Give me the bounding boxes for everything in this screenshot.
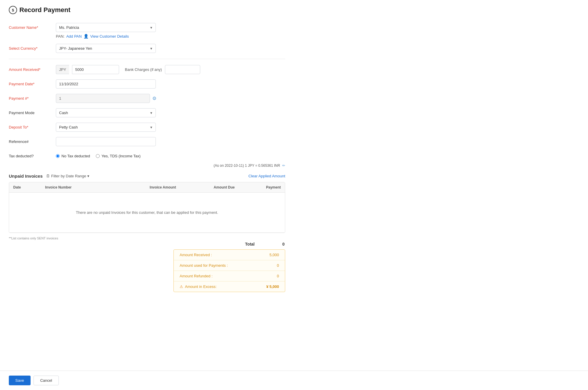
reference-control [56, 137, 285, 146]
payment-date-label: Payment Date* [9, 79, 56, 86]
currency-select-wrapper: JPY- Japanese Yen ▼ [56, 44, 156, 53]
reference-input[interactable] [56, 137, 156, 146]
pan-label: PAN: [56, 34, 64, 39]
deposit-to-row: Deposit To* Petty Cash ▼ [9, 123, 285, 132]
totals-table: Total 0 [9, 241, 285, 247]
amount-input[interactable] [72, 65, 119, 74]
edit-exchange-icon[interactable]: ✏ [282, 164, 285, 168]
payment-num-row: Payment #* ⚙ [9, 94, 285, 103]
amount-received-summary-value: 5,000 [269, 253, 279, 257]
tax-deducted-control: No Tax deducted Yes, TDS (Income Tax) [56, 151, 285, 158]
deposit-to-select-wrapper: Petty Cash ▼ [56, 123, 156, 132]
summary-outer-wrapper: Amount Received : 5,000 Amount used for … [9, 247, 285, 292]
warning-icon: ⚠ [180, 284, 183, 289]
amount-used-summary-value: 0 [277, 263, 279, 268]
unpaid-header: Unpaid Invoices 🗓 Filter by Date Range ▾… [9, 174, 285, 179]
payment-num-inner: ⚙ [56, 94, 285, 103]
invoice-table-head: Date Invoice Number Invoice Amount Amoun… [9, 182, 285, 193]
currency-row: Select Currency* JPY- Japanese Yen ▼ [9, 44, 285, 53]
payment-mode-control: Cash ▼ [56, 108, 285, 117]
invoice-table: Date Invoice Number Invoice Amount Amoun… [9, 182, 285, 233]
filter-icon: 🗓 [46, 174, 50, 178]
col-invoice-number: Invoice Number [41, 182, 111, 193]
bank-charges-input[interactable] [165, 65, 200, 74]
col-date: Date [9, 182, 41, 193]
tax-deducted-row: Tax deducted? No Tax deducted Yes, TDS (… [9, 151, 285, 158]
amount-row: JPY Bank Charges (if any) [56, 65, 285, 74]
payment-date-input[interactable] [56, 79, 156, 89]
payment-date-control [56, 79, 285, 89]
no-tax-option[interactable]: No Tax deducted [56, 154, 90, 158]
amount-used-summary-row: Amount used for Payments : 0 [174, 260, 285, 271]
clear-applied-amount-btn[interactable]: Clear Applied Amount [248, 174, 285, 178]
unpaid-title: Unpaid Invoices [9, 174, 43, 179]
amount-received-control: JPY Bank Charges (if any) [56, 65, 285, 74]
list-note: **List contains only SENT invoices [9, 236, 285, 240]
total-row: Total 0 [9, 242, 285, 246]
no-tax-radio[interactable] [56, 154, 60, 158]
customer-name-control: Ms. Patricia ▼ PAN: Add PAN 👤 View Custo… [56, 23, 285, 39]
currency-control: JPY- Japanese Yen ▼ [56, 44, 285, 53]
amount-excess-label: ⚠ Amount in Excess: [180, 284, 217, 289]
amount-used-summary-label: Amount used for Payments : [180, 263, 228, 268]
deposit-to-control: Petty Cash ▼ [56, 123, 285, 132]
filter-chevron-icon: ▾ [87, 174, 89, 178]
yes-tds-option[interactable]: Yes, TDS (Income Tax) [96, 154, 141, 158]
payment-mode-select-wrapper: Cash ▼ [56, 108, 156, 117]
col-invoice-amount: Invoice Amount [111, 182, 180, 193]
payment-num-label: Payment #* [9, 94, 56, 101]
amount-received-summary-label: Amount Received : [180, 253, 212, 257]
tax-radio-group: No Tax deducted Yes, TDS (Income Tax) [56, 151, 285, 158]
summary-box: Amount Received : 5,000 Amount used for … [173, 249, 285, 292]
person-list-icon: 👤 [83, 34, 88, 39]
payment-num-input[interactable] [56, 94, 150, 103]
yes-tds-label: Yes, TDS (Income Tax) [101, 154, 141, 158]
view-customer-link[interactable]: View Customer Details [90, 34, 129, 39]
invoice-table-wrapper: Date Invoice Number Invoice Amount Amoun… [9, 182, 285, 233]
amount-excess-summary-row: ⚠ Amount in Excess: ¥ 5,000 [174, 281, 285, 292]
add-pan-link[interactable]: Add PAN [66, 34, 82, 39]
page-title: Record Payment [19, 6, 71, 14]
amount-refunded-summary-value: 0 [277, 274, 279, 278]
filter-label: Filter by Date Range [51, 174, 86, 178]
total-value: 0 [255, 242, 285, 246]
tax-deducted-label: Tax deducted? [9, 151, 56, 158]
divider-1 [9, 59, 285, 59]
col-payment: Payment [239, 182, 285, 193]
currency-label: Select Currency* [9, 44, 56, 51]
customer-name-label: Customer Name* [9, 23, 56, 30]
page-title-area: $ Record Payment [9, 6, 285, 14]
currency-badge: JPY [56, 65, 69, 74]
yes-tds-radio[interactable] [96, 154, 100, 158]
reference-row: Reference# [9, 137, 285, 146]
bank-charges-label: Bank Charges (if any) [125, 67, 162, 72]
gear-icon[interactable]: ⚙ [152, 96, 156, 101]
deposit-to-label: Deposit To* [9, 123, 56, 129]
amount-received-label: Amount Received* [9, 65, 56, 72]
col-amount-due: Amount Due [180, 182, 239, 193]
customer-select-wrapper: Ms. Patricia ▼ [56, 23, 156, 32]
exchange-rate-row: (As on 2022-10-11) 1 JPY = 0.565361 INR … [9, 164, 285, 168]
currency-select[interactable]: JPY- Japanese Yen [56, 44, 156, 53]
empty-invoice-message: There are no unpaid Invoices for this cu… [13, 196, 281, 229]
unpaid-invoices-section: Unpaid Invoices 🗓 Filter by Date Range ▾… [9, 174, 285, 292]
payment-mode-select[interactable]: Cash [56, 108, 156, 117]
deposit-to-select[interactable]: Petty Cash [56, 123, 156, 132]
unpaid-header-left: Unpaid Invoices 🗓 Filter by Date Range ▾ [9, 174, 89, 179]
empty-invoice-row: There are no unpaid Invoices for this cu… [9, 193, 285, 233]
customer-name-row: Customer Name* Ms. Patricia ▼ PAN: Add P… [9, 23, 285, 39]
reference-label: Reference# [9, 137, 56, 144]
amount-excess-value: ¥ 5,000 [266, 284, 279, 289]
amount-refunded-summary-label: Amount Refunded : [180, 274, 213, 278]
invoice-table-header-row: Date Invoice Number Invoice Amount Amoun… [9, 182, 285, 193]
customer-select[interactable]: Ms. Patricia [56, 23, 156, 32]
exchange-rate-text: (As on 2022-10-11) 1 JPY = 0.565361 INR [213, 164, 280, 168]
summary-box-wrapper: Amount Received : 5,000 Amount used for … [173, 247, 285, 292]
filter-date-range-btn[interactable]: 🗓 Filter by Date Range ▾ [46, 174, 89, 178]
total-label: Total [10, 242, 255, 246]
payment-icon: $ [9, 6, 17, 14]
no-tax-label: No Tax deducted [61, 154, 90, 158]
payment-date-row: Payment Date* [9, 79, 285, 89]
payment-mode-row: Payment Mode Cash ▼ [9, 108, 285, 117]
pan-row: PAN: Add PAN 👤 View Customer Details [56, 34, 285, 39]
